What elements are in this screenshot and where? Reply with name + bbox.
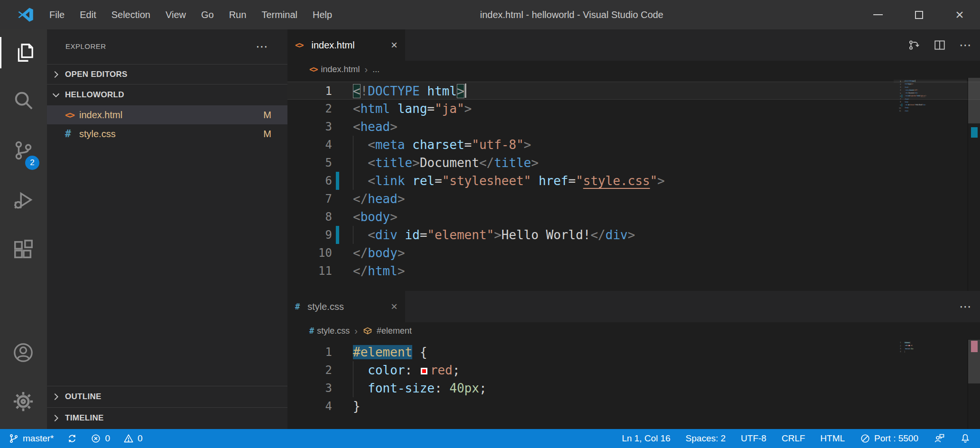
line-content[interactable]: <html lang="ja"> (353, 100, 472, 118)
file-item-style.css[interactable]: #style.cssM (47, 124, 287, 143)
sync-icon (67, 433, 77, 444)
line-content[interactable]: <head> (353, 118, 398, 136)
open-changes-icon[interactable] (908, 39, 920, 51)
ellipsis-icon[interactable] (256, 42, 268, 51)
breadcrumb-file[interactable]: style.css (317, 326, 350, 336)
status-feedback[interactable] (934, 433, 945, 444)
tab-style-css[interactable]: # style.css (287, 291, 405, 322)
minimap[interactable]: 1<!DOCTYPE html>2<html lang="ja">3<head>… (894, 80, 967, 137)
line-content[interactable]: #element { (353, 343, 427, 361)
search-icon[interactable] (12, 89, 34, 111)
close-icon[interactable] (391, 39, 398, 51)
menu-selection[interactable]: Selection (104, 0, 158, 29)
menu-edit[interactable]: Edit (72, 0, 103, 29)
menu-go[interactable]: Go (194, 0, 222, 29)
line-content[interactable]: } (353, 397, 361, 415)
activity-bar: 2 (0, 29, 47, 429)
code-line[interactable]: 11</html> (287, 262, 980, 280)
code-line[interactable]: 4} (287, 397, 980, 415)
status-cursor-position[interactable]: Ln 1, Col 16 (622, 433, 670, 444)
file-item-index.html[interactable]: <>index.htmlM (47, 105, 287, 124)
bell-icon (960, 433, 971, 444)
close-window-icon[interactable]: × (939, 0, 980, 29)
gear-icon[interactable] (12, 391, 34, 412)
status-eol[interactable]: CRLF (782, 433, 805, 444)
line-content[interactable]: <body> (353, 208, 398, 226)
scrollbar[interactable] (968, 339, 980, 429)
code-line[interactable]: 10</body> (287, 244, 980, 262)
warning-icon (123, 433, 134, 444)
breadcrumb-tail[interactable]: ... (372, 65, 379, 75)
menu-file[interactable]: File (42, 0, 72, 29)
code-line[interactable]: 1<!DOCTYPE html> (287, 82, 980, 100)
code-line[interactable]: 8<body> (287, 208, 980, 226)
code-editor-html[interactable]: 1<!DOCTYPE html>2<html lang="ja">3<head>… (287, 78, 980, 291)
extensions-icon[interactable] (12, 239, 34, 261)
menu-help[interactable]: Help (305, 0, 340, 29)
ellipsis-icon[interactable] (959, 302, 971, 311)
code-line[interactable]: 3<head> (287, 118, 980, 136)
account-icon[interactable] (12, 342, 34, 364)
breadcrumb-symbol[interactable]: #element (377, 326, 412, 336)
maximize-icon[interactable] (898, 0, 939, 29)
status-bar: master*00 Ln 1, Col 16Spaces: 2UTF-8CRLF… (0, 429, 980, 448)
status-errors[interactable]: 0 (91, 433, 110, 444)
status-notifications[interactable] (960, 433, 971, 444)
split-editor-icon[interactable] (934, 39, 946, 51)
code-line[interactable]: 4 <meta charset="utf-8"> (287, 136, 980, 154)
minimap[interactable]: 1#element {2 color: red;3 font-size: 40p… (894, 341, 967, 363)
line-content[interactable]: <meta charset="utf-8"> (353, 136, 531, 154)
menu-terminal[interactable]: Terminal (254, 0, 305, 29)
code-line[interactable]: 7</head> (287, 190, 980, 208)
code-editor-css[interactable]: 1#element {2 color: red;3 font-size: 40p… (287, 339, 980, 429)
code-line[interactable]: 2 color: red; (287, 361, 980, 379)
code-line[interactable]: 9 <div id="element">Hello World!</div> (287, 226, 980, 244)
code-line[interactable]: 3 font-size: 40px; (287, 379, 980, 397)
status-git-branch[interactable]: master* (9, 433, 54, 444)
section-folder[interactable]: HELLOWORLD (47, 84, 287, 105)
line-content[interactable]: <link rel="stylesheet" href="style.css"> (353, 172, 665, 190)
css-file-icon: # (309, 326, 313, 336)
line-content[interactable]: <title>Document</title> (353, 154, 538, 172)
line-content[interactable]: </body> (353, 244, 405, 262)
gutter-spacer (336, 343, 339, 361)
breadcrumb-file[interactable]: index.html (321, 65, 360, 75)
tab-index-html[interactable]: <> index.html (287, 29, 405, 61)
menu-view[interactable]: View (158, 0, 194, 29)
section-outline[interactable]: OUTLINE (47, 386, 287, 407)
status-label: master* (23, 433, 54, 444)
files-icon[interactable] (12, 42, 34, 64)
color-swatch-red[interactable] (421, 368, 427, 374)
html-file-icon: <> (309, 65, 317, 74)
status-warnings[interactable]: 0 (123, 433, 143, 444)
section-open-editors[interactable]: OPEN EDITORS (47, 64, 287, 84)
html-file-icon: <> (295, 40, 303, 50)
minimize-icon[interactable] (858, 0, 898, 29)
section-timeline[interactable]: TIMELINE (47, 407, 287, 428)
editor-actions (908, 29, 971, 61)
close-icon[interactable] (391, 301, 398, 312)
code-line[interactable]: 2<html lang="ja"> (287, 100, 980, 118)
debug-icon[interactable] (12, 190, 34, 212)
indent-guide (353, 361, 353, 379)
window-controls: × (858, 0, 980, 29)
line-content[interactable]: color: red; (353, 361, 460, 379)
ellipsis-icon[interactable] (959, 40, 971, 50)
status-indentation[interactable]: Spaces: 2 (685, 433, 726, 444)
scrollbar[interactable] (968, 78, 980, 291)
line-content[interactable]: <div id="element">Hello World!</div> (353, 226, 635, 244)
line-content[interactable]: <!DOCTYPE html> (353, 82, 466, 99)
line-content[interactable]: font-size: 40px; (353, 379, 487, 397)
gutter-spacer (336, 262, 339, 280)
line-content[interactable]: </html> (353, 262, 405, 280)
menu-run[interactable]: Run (222, 0, 254, 29)
line-content[interactable]: </head> (353, 190, 405, 208)
status-language-mode[interactable]: HTML (820, 433, 845, 444)
status-sync[interactable] (67, 433, 77, 444)
status-encoding[interactable]: UTF-8 (741, 433, 767, 444)
code-line[interactable]: 6 <link rel="stylesheet" href="style.css… (287, 172, 980, 190)
git-modified-badge: M (263, 110, 271, 121)
code-line[interactable]: 5 <title>Document</title> (287, 154, 980, 172)
code-line[interactable]: 1#element { (287, 343, 980, 361)
status-live-server-port[interactable]: Port : 5500 (860, 433, 918, 444)
